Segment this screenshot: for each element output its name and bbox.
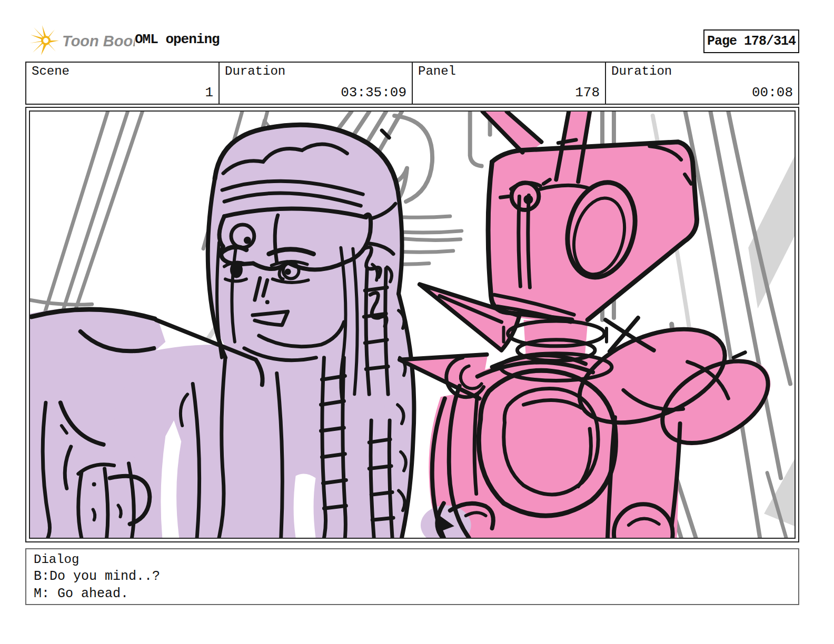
storyboard-panel-frame	[25, 107, 799, 542]
project-title: OML opening	[135, 32, 220, 47]
panel-duration-cell: Duration 00:08	[606, 63, 798, 104]
panel-duration-value: 00:08	[752, 85, 793, 100]
scene-value: 1	[205, 85, 213, 100]
starburst-center	[43, 38, 48, 43]
page-number-label: Page 178/314	[707, 34, 796, 49]
logo-text: Toon Boom	[62, 33, 135, 49]
page-number-box: Page 178/314	[703, 29, 799, 53]
panel-duration-label: Duration	[611, 64, 793, 78]
scene-label: Scene	[32, 64, 213, 78]
scene-duration-label: Duration	[225, 64, 406, 78]
storyboard-panel-inner-frame	[29, 110, 796, 539]
panel-cell: Panel 178	[413, 63, 606, 104]
dialog-line-1: B:Do you mind..?	[34, 568, 791, 585]
scene-duration-cell: Duration 03:35:09	[220, 63, 413, 104]
dialog-box: Dialog B:Do you mind..? M: Go ahead.	[25, 548, 799, 605]
panel-info-table: Scene 1 Duration 03:35:09 Panel 178 Dura…	[25, 62, 799, 105]
storyboard-panel-drawing	[30, 112, 795, 538]
panel-label: Panel	[418, 64, 600, 78]
dialog-line-2: M: Go ahead.	[34, 585, 791, 602]
scene-cell: Scene 1	[26, 63, 220, 104]
scene-duration-value: 03:35:09	[341, 85, 406, 100]
panel-value: 178	[575, 85, 600, 100]
storyboard-page: Toon Boom OML opening Page 178/314 Scene…	[0, 0, 834, 644]
toonboom-logo-icon: Toon Boom	[29, 25, 135, 56]
dialog-label: Dialog	[34, 552, 791, 568]
girl-sketch	[30, 124, 415, 538]
